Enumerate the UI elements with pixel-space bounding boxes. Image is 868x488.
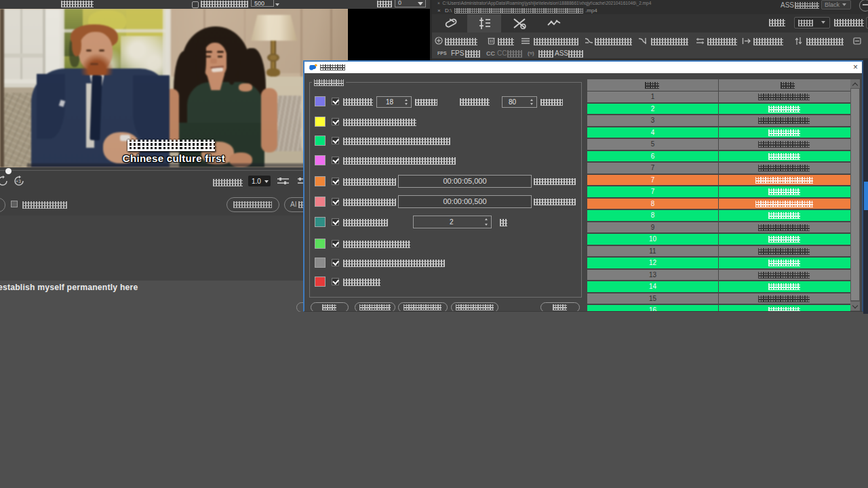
svg-text:+3: +3 bbox=[16, 179, 21, 184]
